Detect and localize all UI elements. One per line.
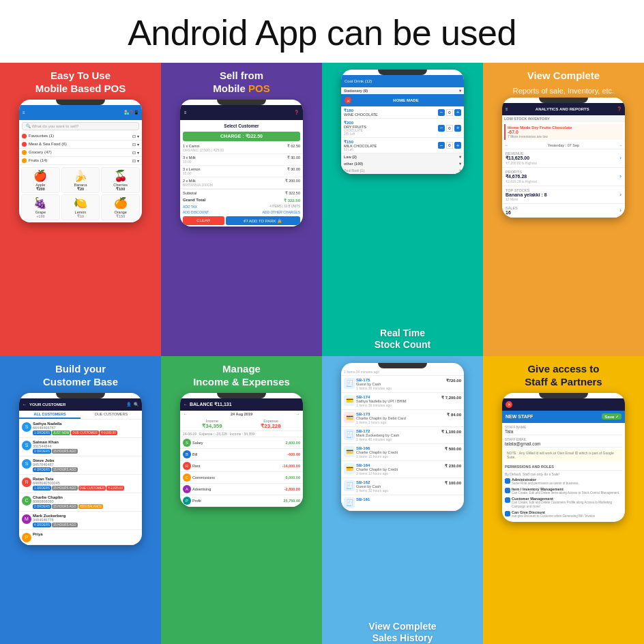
cust-row-mark[interactable]: M Mark Zuckerberg 3484040778 4 ORDERS 15… — [19, 512, 142, 530]
cell-income: ManageIncome & Expenses ← BALANCE ₹11,13… — [161, 356, 322, 644]
income-row-commissions: C Commissions 6,000.00 — [180, 472, 303, 484]
pos-cat-favourites[interactable]: Favourites (1)⊡ ▾ — [19, 132, 142, 141]
pos-cat-grocery[interactable]: Grocery (47)⊡ ▾ — [19, 149, 142, 157]
income-row-rent: R Rent -14,000.00 — [180, 460, 303, 472]
sell-customer-btn[interactable]: Select Customer — [183, 122, 300, 130]
sell-item-3: 3 x Lemon10.00 ₹ 30.00 — [180, 166, 303, 177]
staff-perm-customer: Customer Management Can Create, Edit and… — [505, 497, 622, 508]
phone-income: ← BALANCE ₹11,131 ← 24 Aug 2019 → Income… — [180, 393, 303, 507]
staff-perms-header: PERMISSIONS AND ROLES — [505, 463, 622, 471]
cust-row-salman[interactable]: S Salman Khan 331544844 3 ORDERS 15 HOUR… — [19, 438, 142, 456]
income-row-bill: B Bill -600.00 — [180, 449, 303, 460]
sales-row-sb162[interactable]: 🧾 SB-162 Guest by Cash 1 Items 32 hours … — [341, 478, 464, 495]
sell-park-btn[interactable]: 🏷 ADD TO PARK 🔒 — [226, 216, 300, 225]
pos-item-grid: 🍎Apple₹200 🍌Banana₹20 🍒Cherries₹100 🍇Gra… — [19, 165, 142, 222]
cell-title-easy-pos: Easy To UseMobile Based POS — [35, 70, 126, 96]
sell-charge-btn[interactable]: CHARGE : ₹322.50 — [183, 132, 300, 141]
cell-staff: Give access toStaff & Partners ✕ NEW STA… — [483, 356, 644, 644]
cell-sell-mobile: Sell fromMobile POS ≡❓ Select Customer C… — [161, 63, 322, 356]
phone-sell: ≡❓ Select Customer CHARGE : ₹322.50 1 x … — [180, 100, 303, 226]
phone-easy-pos: ≡👤🏪❓📱 🔍 What do you want to sell? Favour… — [19, 100, 142, 222]
phone-analytics: ≡ ANALYTICS AND REPORTS ❓ LOW STOCK INVE… — [502, 98, 625, 218]
stock-item-milk: ₹150 MILK CHOCOLATE 52 Left − 0 + — [341, 138, 464, 153]
cell-title-income: ManageIncome & Expenses — [193, 363, 290, 389]
analytics-profits: PROFITS₹4,676.28₹2,819.28 is Highest › — [502, 168, 625, 186]
staff-note: NOTE : Any GMail Id will work or Own Ema… — [505, 450, 622, 461]
pos-search-bar[interactable]: 🔍 What do you want to sell? — [22, 122, 139, 130]
pos-item-grape[interactable]: 🍇Grape+100 — [21, 194, 60, 220]
cell-bottom-label-stock: Real TimeStock Count — [322, 327, 483, 351]
income-row-salary: S Salary 2,600.00 — [180, 437, 303, 449]
pos-cat-fruits[interactable]: Fruits (14)⊡ ▾ — [19, 157, 142, 165]
phone-stock: Cool Drink (12) Stationery (9)▾ ✕ HOME M… — [341, 70, 464, 174]
cell-easy-pos: Easy To UseMobile Based POS ≡👤🏪❓📱 🔍 What… — [0, 63, 161, 356]
pos-topbar: ≡👤🏪❓📱 — [19, 105, 142, 120]
grid-container: Easy To UseMobile Based POS ≡👤🏪❓📱 🔍 What… — [0, 63, 644, 644]
cell-stock: Cool Drink (12) Stationery (9)▾ ✕ HOME M… — [322, 63, 483, 356]
main-title: Android App can be used — [0, 0, 644, 63]
pos-item-banana[interactable]: 🍌Banana₹20 — [61, 167, 100, 193]
sales-row-sb164[interactable]: 💳 SB-164 Charlie Chaplin by Credit 2 Ite… — [341, 461, 464, 478]
phone-customer: ← YOUR CUSTOMER 👤🔍 ALL CUSTOMERS DUE CUS… — [19, 393, 142, 545]
cust-tab-all[interactable]: ALL CUSTOMERS — [19, 411, 80, 419]
cell-title-analytics: View Complete — [527, 70, 600, 83]
sales-row-sb166[interactable]: 💳 SB-166 Charlie Chaplin by Credit 1 Ite… — [341, 444, 464, 461]
phone-sales: 2 Items 34 minutes ago 🧾 SB-175 Guest by… — [341, 363, 464, 511]
stock-item-dry-fruits: ₹200 DRY FRUITS CHOCOLATE285 Left − 0 + — [341, 119, 464, 138]
sell-subtotal: Subtotal₹ 322.50 — [180, 190, 303, 196]
analytics-revenue: REVENUE₹13,625.00₹7,200.00 is Highest › — [502, 149, 625, 168]
cust-row-charlie[interactable]: C Charlie Chaplin 8080808080 2 ORDERS 15… — [19, 493, 142, 512]
staff-perm-inventory: Item / Inventory Management Can Create, … — [505, 487, 622, 495]
pos-item-lemon[interactable]: 🍋Lemon₹10 — [61, 194, 100, 220]
sell-add-discount[interactable]: ADD DISCOUNT — [183, 210, 209, 214]
stock-item-wine: ₹180 WINE CHOCOLATE − 0 + — [341, 106, 464, 119]
cell-sales-history: 2 Items 34 minutes ago 🧾 SB-175 Guest by… — [322, 356, 483, 644]
pos-item-orange[interactable]: 🍊Orange₹150 — [101, 194, 140, 220]
sell-item-1: 1 x CarrotORGANIC (2.500) | ₹25.00 ₹ 62.… — [180, 143, 303, 154]
pos-cat-meat[interactable]: Meat & Sea Food (6)⊡ ▾ — [19, 141, 142, 149]
cell-customer-base: Build yourCustomer Base ← YOUR CUSTOMER … — [0, 356, 161, 644]
pos-item-cherries[interactable]: 🍒Cherries₹100 — [101, 167, 140, 193]
staff-name-value[interactable]: Tata — [505, 429, 622, 435]
sales-row-sb161[interactable]: 🧾 SB-161 — [341, 495, 464, 511]
cust-row-sathya[interactable]: S Sathya Nadella 66448466787 1 ORDERS JU… — [19, 420, 142, 438]
cell-bottom-label-sales: View CompleteSales History — [322, 621, 483, 644]
cell-title-sell: Sell fromMobile POS — [213, 70, 269, 96]
sales-row-sb172[interactable]: 🧾 SB-172 Mark Zuckerberg by Cash 1 Items… — [341, 427, 464, 444]
cust-row-ratan[interactable]: R Ratan Tata 6488040500045 1 ORDERS 15 H… — [19, 475, 142, 493]
sell-item-2: 3 x Milk10.00 ₹ 30.00 — [180, 154, 303, 166]
analytics-low-stock: Home Made Dry Fruits Chocolate -67.0 7 M… — [504, 124, 623, 140]
sales-row-sb175[interactable]: 🧾 SB-175 Guest by Cash 1 Items 36 minute… — [341, 376, 464, 393]
cust-row-priya[interactable]: P Priya — [19, 530, 142, 545]
income-row-profit: P Profit 25,759.00 — [180, 495, 303, 507]
cell-subtitle-analytics: Reports of sale, Inventory, etc. — [513, 87, 614, 95]
cell-title-customer: Build yourCustomer Base — [43, 363, 118, 389]
staff-new-label: NEW STAFF — [506, 414, 533, 419]
staff-perm-discount: Can Give Discount can give Discount to C… — [505, 510, 622, 518]
staff-perms-sub: By Default, Staff can only do a Sale! — [505, 472, 622, 476]
sell-add-tax[interactable]: ADD TAX — [183, 205, 197, 209]
staff-save-btn[interactable]: Save ✓ — [602, 413, 621, 420]
pos-item-apple[interactable]: 🍎Apple₹200 — [21, 167, 60, 193]
sell-item-4: 2 x MilkBRITANNIA 200GM ₹ 200.00 — [180, 177, 303, 189]
sales-row-sb173[interactable]: 💳 SB-173 Charlie Chaplin by Debit Card 1… — [341, 410, 464, 427]
analytics-sales: SALES16 › — [502, 204, 625, 218]
phone-staff: ✕ NEW STAFF Save ✓ Staff Name Tata Staff… — [502, 393, 625, 523]
cell-analytics: View Complete Reports of sale, Inventory… — [483, 63, 644, 356]
phone-notch — [56, 100, 105, 105]
analytics-top-stocks: TOP STOCKSBanana yelakki : 812 More › — [502, 186, 625, 204]
income-row-advertising: A Advertising -2,800.00 — [180, 484, 303, 495]
sell-clear-btn[interactable]: CLEAR — [183, 216, 224, 225]
cust-row-steve[interactable]: S Steve Jobs 9457840487 4 ORDERS 15 HOUR… — [19, 456, 142, 475]
cust-tab-due[interactable]: DUE CUSTOMERS — [80, 411, 142, 419]
sell-grand-total: Grand Total₹ 322.50 — [180, 196, 303, 204]
cell-title-staff: Give access toStaff & Partners — [525, 363, 602, 389]
sell-add-other[interactable]: ADD OTHER CHARGES — [262, 210, 300, 214]
staff-email-value[interactable]: tatata@gmail.com — [505, 441, 622, 448]
staff-perm-admin: Administrator Same Role and permission a… — [505, 478, 622, 485]
sales-row-sb174[interactable]: 💳 SB-174 Sathya Nadella by UPI / BHIM 1 … — [341, 393, 464, 410]
